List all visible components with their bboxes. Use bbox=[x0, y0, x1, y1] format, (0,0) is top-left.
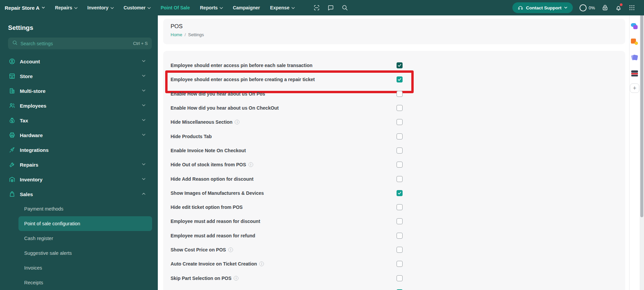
breadcrumb-home-link[interactable]: Home bbox=[171, 32, 182, 37]
setting-checkbox[interactable] bbox=[397, 247, 403, 253]
setting-row: Enable How did you hear about us On Pos bbox=[163, 87, 625, 101]
nav-item-label: Point Of Sale bbox=[160, 5, 190, 10]
nav-item-repairs[interactable]: Repairs bbox=[55, 5, 77, 10]
info-icon[interactable]: i bbox=[228, 247, 233, 252]
chevron-down-icon bbox=[42, 6, 45, 9]
purple-notes-extension-icon[interactable] bbox=[631, 54, 638, 61]
setting-label-text: Show Images of Manufacturers & Devices bbox=[171, 190, 264, 196]
setting-label-text: Auto Create Invoice on Ticket Creation bbox=[171, 261, 257, 267]
chevron-down-icon bbox=[142, 132, 146, 138]
nav-item-campaigner[interactable]: Campaigner bbox=[233, 5, 260, 10]
nav-item-point-of-sale[interactable]: Point Of Sale bbox=[160, 5, 190, 10]
nav-item-label: Campaigner bbox=[233, 5, 260, 10]
nav-item-inventory[interactable]: Inventory bbox=[87, 5, 113, 10]
info-icon[interactable]: i bbox=[234, 276, 238, 281]
setting-checkbox[interactable] bbox=[397, 275, 403, 281]
setting-checkbox[interactable] bbox=[397, 119, 403, 125]
nav-item-customer[interactable]: Customer bbox=[124, 5, 150, 10]
apps-grid-icon[interactable] bbox=[629, 4, 635, 11]
sidebar-item-store[interactable]: Store bbox=[0, 69, 158, 83]
tax-icon bbox=[9, 117, 15, 124]
setting-checkbox[interactable] bbox=[397, 105, 403, 111]
setting-label: Employee must add reason for refund bbox=[171, 233, 255, 238]
sidebar-item-inventory[interactable]: Inventory bbox=[0, 172, 158, 187]
breadcrumb-separator: / bbox=[185, 32, 186, 37]
setting-row: Skip Part Selection on POSi bbox=[163, 271, 625, 285]
sidebar-item-account[interactable]: Account bbox=[0, 54, 158, 69]
sidebar-subitem-suggestive-sale-alerts[interactable]: Suggestive sale alerts bbox=[18, 246, 152, 260]
setting-checkbox[interactable] bbox=[397, 91, 403, 97]
setting-checkbox[interactable] bbox=[397, 133, 403, 139]
sidebar-item-employees[interactable]: Employees bbox=[0, 98, 158, 113]
setting-row: Employee should enter access pin before … bbox=[163, 72, 625, 86]
setting-label-text: Show Cost Price on POS bbox=[171, 247, 226, 252]
info-icon[interactable]: i bbox=[248, 162, 253, 167]
setting-checkbox[interactable] bbox=[397, 190, 403, 196]
setting-checkbox[interactable] bbox=[397, 162, 403, 168]
setting-label: Employee should enter access pin before … bbox=[171, 63, 313, 68]
setting-row: Enable How did you hear about us On Chec… bbox=[163, 101, 625, 115]
info-icon[interactable]: i bbox=[235, 120, 239, 124]
sidebar-subitem-point-of-sale-configuration[interactable]: Point of sale configuration bbox=[18, 216, 152, 231]
chat-shapes-extension-icon[interactable] bbox=[631, 22, 638, 30]
bell-icon[interactable] bbox=[615, 4, 622, 11]
page-title: POS bbox=[171, 23, 618, 30]
setting-row: Hide Out of stock items from POSi bbox=[163, 158, 625, 172]
setting-checkbox[interactable] bbox=[397, 62, 403, 68]
add-extension-button[interactable]: + bbox=[630, 83, 639, 93]
sidebar-item-integrations[interactable]: Integrations bbox=[0, 142, 158, 157]
setting-checkbox[interactable] bbox=[397, 148, 403, 154]
sidebar-subitem-receipts[interactable]: Receipts bbox=[18, 275, 152, 290]
lock-icon[interactable] bbox=[602, 4, 608, 11]
store-icon bbox=[9, 73, 15, 79]
sidebar-item-sales[interactable]: Sales bbox=[0, 187, 158, 201]
setting-label: Hide edit ticket option from POS bbox=[171, 205, 243, 210]
setup-progress[interactable]: 0% bbox=[580, 4, 595, 11]
nav-item-expense[interactable]: Expense bbox=[270, 5, 294, 10]
setting-row: Show Images of Manufacturers & Devices bbox=[163, 186, 625, 200]
nav-item-label: Inventory bbox=[87, 5, 108, 10]
store-selector[interactable]: Repair Store A bbox=[5, 5, 45, 11]
setting-checkbox[interactable] bbox=[397, 261, 403, 267]
search-icon[interactable] bbox=[341, 4, 348, 11]
setting-checkbox[interactable] bbox=[397, 176, 403, 182]
setting-label-text: Enable How did you hear about us On Pos bbox=[171, 91, 265, 97]
orange-shapes-extension-icon[interactable] bbox=[631, 38, 638, 46]
setting-row: Hide Miscellaneous Sectioni bbox=[163, 115, 625, 129]
chat-icon[interactable] bbox=[327, 4, 334, 11]
sidebar-item-repairs[interactable]: Repairs bbox=[0, 157, 158, 172]
chevron-down-icon bbox=[142, 103, 146, 109]
setting-label: Employee must add reason for discount bbox=[171, 219, 260, 224]
setting-row: Enable Invoice Note On Checkout bbox=[163, 143, 625, 158]
setting-checkbox[interactable] bbox=[397, 233, 403, 239]
account-icon bbox=[9, 58, 15, 65]
setting-label: Hide Add Reason option for discount bbox=[171, 176, 254, 182]
vertical-scrollbar[interactable] bbox=[640, 0, 644, 290]
scrollbar-thumb[interactable] bbox=[640, 3, 643, 217]
sidebar-item-hardware[interactable]: Hardware bbox=[0, 128, 158, 142]
setting-row: Employee must add reason for discount bbox=[163, 214, 625, 228]
setting-checkbox[interactable] bbox=[397, 76, 403, 82]
search-settings-input[interactable] bbox=[20, 41, 130, 46]
sidebar-item-multi-store[interactable]: Multi-store bbox=[0, 83, 158, 98]
sidebar-subitem-payment-methods[interactable]: Payment methods bbox=[18, 201, 152, 216]
sidebar-item-label: Account bbox=[20, 59, 40, 64]
setting-row-partial bbox=[163, 285, 625, 290]
setting-checkbox[interactable] bbox=[397, 218, 403, 224]
sidebar-subitem-invoices[interactable]: Invoices bbox=[18, 260, 152, 275]
sidebar-item-tax[interactable]: Tax bbox=[0, 113, 158, 128]
setting-label-text: Employee must add reason for discount bbox=[171, 219, 260, 224]
info-icon[interactable]: i bbox=[259, 262, 264, 266]
scan-icon[interactable] bbox=[313, 4, 320, 11]
chevron-down-icon bbox=[74, 6, 77, 9]
dark-cards-extension-icon[interactable] bbox=[631, 70, 638, 77]
search-settings-box[interactable]: Ctrl + S bbox=[8, 38, 152, 49]
setting-label-text: Hide Products Tab bbox=[171, 134, 212, 139]
sidebar-subitem-cash-register[interactable]: Cash register bbox=[18, 231, 152, 246]
nav-item-reports[interactable]: Reports bbox=[200, 5, 223, 10]
setting-checkbox[interactable] bbox=[397, 204, 403, 210]
sidebar-item-label: Employees bbox=[20, 103, 46, 109]
integrations-icon bbox=[9, 147, 15, 153]
setting-label-text: Employee must add reason for refund bbox=[171, 233, 255, 238]
contact-support-button[interactable]: Contact Support bbox=[512, 2, 573, 13]
